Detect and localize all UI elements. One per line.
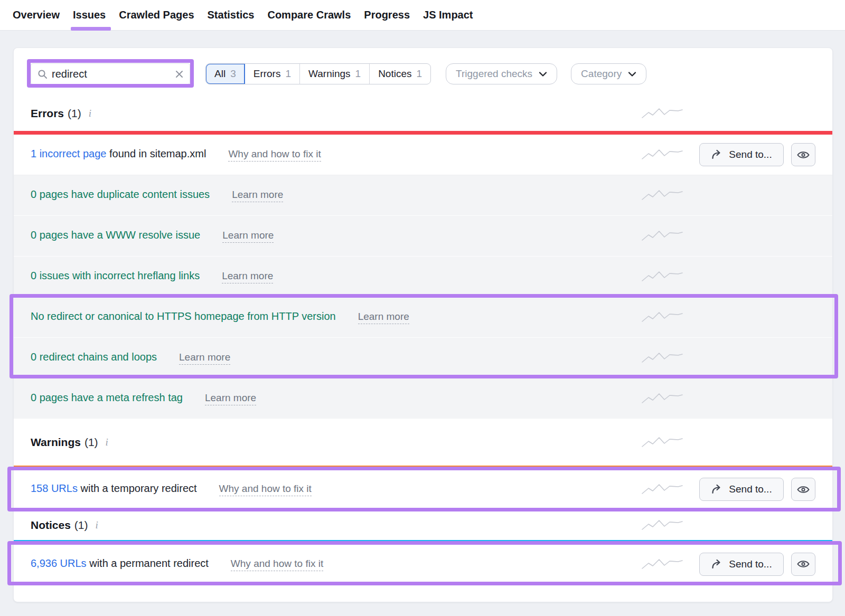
issue-row-redirect-chains: 0 redirect chains and loops Learn more: [14, 338, 832, 378]
issue-row-hreflang: 0 issues with incorrect hreflang links L…: [14, 257, 832, 297]
issue-text: 0 redirect chains and loops: [31, 351, 157, 363]
chevron-down-icon: [539, 71, 547, 77]
send-arrow-icon: [711, 559, 722, 570]
issue-row-duplicate-content: 0 pages have duplicate content issues Le…: [14, 175, 832, 216]
eye-button[interactable]: [791, 143, 815, 166]
tab-label: JS Impact: [423, 9, 473, 21]
trend-sparkline-icon: [641, 106, 683, 121]
trend-sparkline-icon: [641, 482, 683, 497]
trend-sparkline-icon: [641, 350, 683, 365]
warnings-severity-bar: [14, 466, 832, 469]
tab-label: Progress: [364, 9, 410, 21]
issue-text: found in sitemap.xml: [106, 148, 206, 159]
search-input[interactable]: [48, 68, 175, 80]
issue-search-box[interactable]: [31, 63, 190, 84]
eye-icon: [797, 560, 810, 568]
tab-progress[interactable]: Progress: [364, 0, 410, 31]
tab-label: Issues: [73, 9, 106, 21]
trend-sparkline-icon: [641, 435, 683, 450]
send-to-button[interactable]: Send to...: [699, 478, 784, 501]
eye-icon: [797, 150, 810, 159]
issue-count-link[interactable]: 6,936 URLs: [31, 557, 87, 569]
issue-text: 0 pages have a meta refresh tag: [31, 392, 183, 404]
filter-label: All: [214, 68, 226, 80]
learn-more-link[interactable]: Learn more: [205, 392, 256, 405]
learn-more-link[interactable]: Learn more: [222, 270, 273, 283]
info-icon[interactable]: i: [89, 108, 91, 119]
issue-text: with a temporary redirect: [78, 482, 197, 494]
trend-sparkline-icon: [641, 310, 683, 325]
send-to-button[interactable]: Send to...: [699, 143, 784, 166]
tab-statistics[interactable]: Statistics: [208, 0, 255, 31]
issue-text: 0 pages have duplicate content issues: [31, 188, 210, 201]
learn-more-link[interactable]: Learn more: [358, 311, 409, 324]
notices-severity-bar: [14, 540, 832, 544]
why-fix-link[interactable]: Why and how to fix it: [228, 148, 321, 162]
section-title: Notices: [31, 519, 71, 532]
filter-all[interactable]: All 3: [206, 64, 245, 84]
tab-crawled-pages[interactable]: Crawled Pages: [119, 0, 194, 31]
learn-more-link[interactable]: Learn more: [179, 352, 230, 365]
chevron-down-icon: [628, 71, 636, 77]
info-icon[interactable]: i: [96, 519, 98, 531]
issue-text: 0 issues with incorrect hreflang links: [31, 270, 200, 282]
issues-toolbar: All 3 Errors 1 Warnings 1 Notices 1 Trig…: [14, 48, 832, 96]
tab-label: Statistics: [208, 9, 255, 21]
trend-sparkline-icon: [641, 557, 683, 572]
issue-count-link[interactable]: 158 URLs: [31, 482, 78, 494]
section-title: Errors: [31, 107, 64, 120]
filter-label: Errors: [253, 68, 281, 80]
tab-label: Compare Crawls: [267, 9, 351, 21]
trend-sparkline-icon: [641, 269, 683, 284]
filter-count: 1: [285, 68, 291, 80]
tab-label: Overview: [13, 9, 60, 21]
filter-count: 1: [355, 68, 361, 80]
section-count: (1): [68, 107, 81, 120]
clear-search-icon[interactable]: [175, 70, 183, 78]
filter-notices[interactable]: Notices 1: [370, 64, 430, 84]
eye-button[interactable]: [791, 478, 815, 501]
filter-warnings[interactable]: Warnings 1: [300, 64, 370, 84]
notices-section-header: Notices (1) i: [14, 510, 832, 540]
filter-errors[interactable]: Errors 1: [245, 64, 300, 84]
send-to-button[interactable]: Send to...: [699, 553, 784, 576]
issue-row-temporary-redirect: 158 URLs with a temporary redirect Why a…: [14, 469, 832, 510]
tab-compare-crawls[interactable]: Compare Crawls: [267, 0, 351, 31]
learn-more-link[interactable]: Learn more: [232, 189, 283, 202]
trend-sparkline-icon: [641, 391, 683, 406]
dropdown-label: Category: [581, 68, 622, 80]
send-to-label: Send to...: [729, 484, 772, 495]
issue-row-https-redirect: No redirect or canonical to HTTPS homepa…: [14, 297, 832, 338]
eye-button[interactable]: [791, 553, 815, 576]
why-fix-link[interactable]: Why and how to fix it: [231, 558, 323, 571]
issue-row-www-resolve: 0 pages have a WWW resolve issue Learn m…: [14, 216, 832, 257]
trend-sparkline-icon: [641, 229, 683, 243]
tab-overview[interactable]: Overview: [13, 0, 60, 31]
filter-count: 1: [417, 68, 422, 80]
errors-section-header: Errors (1) i: [14, 96, 832, 131]
eye-icon: [797, 485, 810, 494]
issue-type-filter: All 3 Errors 1 Warnings 1 Notices 1: [205, 63, 431, 84]
trend-sparkline-icon: [641, 188, 683, 203]
tab-js-impact[interactable]: JS Impact: [423, 0, 473, 31]
issue-count-link[interactable]: 1 incorrect page: [31, 148, 106, 159]
trend-sparkline-icon: [641, 518, 683, 533]
send-to-label: Send to...: [729, 558, 772, 570]
trend-sparkline-icon: [641, 147, 683, 162]
why-fix-link[interactable]: Why and how to fix it: [219, 483, 312, 496]
info-icon[interactable]: i: [106, 437, 108, 448]
triggered-checks-dropdown[interactable]: Triggered checks: [446, 63, 557, 84]
filter-label: Notices: [378, 68, 411, 80]
learn-more-link[interactable]: Learn more: [222, 230, 274, 243]
section-count: (1): [74, 519, 88, 532]
send-to-label: Send to...: [729, 149, 772, 160]
section-title: Warnings: [31, 436, 81, 449]
errors-severity-bar: [14, 131, 832, 135]
send-arrow-icon: [711, 484, 722, 495]
tab-issues[interactable]: Issues: [73, 0, 106, 31]
warnings-section-header: Warnings (1) i: [14, 419, 832, 466]
send-arrow-icon: [711, 149, 722, 160]
category-dropdown[interactable]: Category: [571, 63, 646, 84]
top-nav: Overview Issues Crawled Pages Statistics…: [0, 0, 845, 31]
dropdown-label: Triggered checks: [456, 68, 532, 80]
